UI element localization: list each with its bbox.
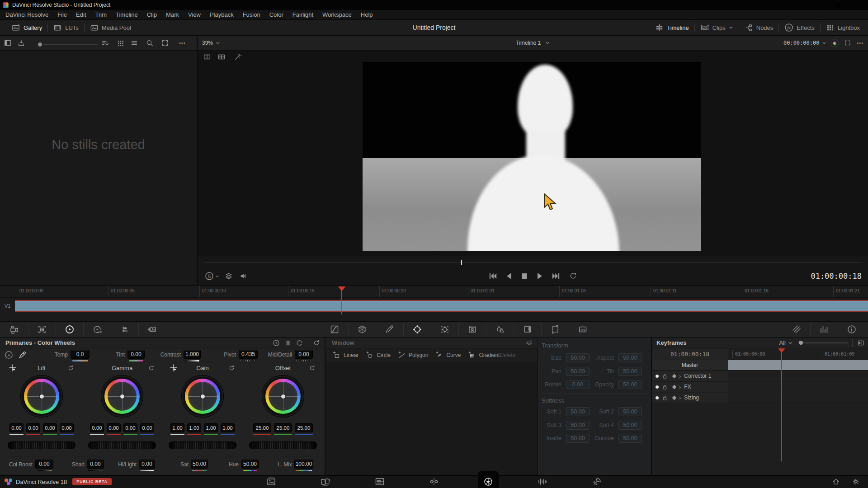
- scopes-icon[interactable]: [819, 324, 830, 335]
- gain-b-value[interactable]: 1.00: [221, 423, 235, 432]
- tracker-icon[interactable]: [439, 324, 450, 335]
- chevron-right-icon[interactable]: ›: [679, 373, 681, 380]
- menu-edit[interactable]: Edit: [71, 11, 90, 18]
- keyframe-track-fx[interactable]: › FX: [652, 382, 868, 392]
- cut-page-icon[interactable]: [320, 476, 331, 488]
- gamma-wheel[interactable]: [101, 375, 143, 417]
- timeline-clip[interactable]: [15, 300, 868, 312]
- layers-icon[interactable]: [225, 272, 233, 280]
- keyframe-diamond-icon[interactable]: [672, 395, 677, 400]
- menu-clip[interactable]: Clip: [142, 11, 161, 18]
- keyframe-diamond-icon[interactable]: [672, 385, 677, 389]
- add-curve-window-button[interactable]: Curve: [435, 351, 461, 359]
- add-gradient-window-button[interactable]: Gradient: [468, 351, 500, 359]
- menu-fusion[interactable]: Fusion: [238, 11, 265, 18]
- close-icon[interactable]: [848, 0, 868, 10]
- offset-reset-icon[interactable]: [308, 364, 316, 372]
- keyframe-track-sizing[interactable]: › Sizing: [652, 393, 868, 403]
- nodes-button[interactable]: Nodes: [739, 20, 779, 35]
- temp-value[interactable]: 0.0: [71, 350, 90, 359]
- media-page-icon[interactable]: [265, 476, 277, 488]
- lift-y-value[interactable]: 0.00: [9, 423, 24, 432]
- l-mix-value[interactable]: 100.00: [294, 460, 313, 469]
- loop-icon[interactable]: [569, 272, 577, 280]
- play-icon[interactable]: [537, 272, 543, 280]
- fusion-page-icon[interactable]: [428, 476, 440, 488]
- corrector1-track-lane[interactable]: [728, 371, 868, 381]
- lock-icon[interactable]: [661, 394, 668, 401]
- gamma-r-value[interactable]: 0.00: [107, 423, 121, 432]
- stills-panel-toggle-icon[interactable]: [4, 39, 12, 47]
- gain-y-value[interactable]: 1.00: [170, 423, 184, 432]
- lift-b-value[interactable]: 0.00: [60, 423, 74, 432]
- keyframe-track-master[interactable]: Master: [652, 360, 868, 371]
- rgb-mixer-icon[interactable]: [119, 324, 130, 335]
- white-balance-picker-icon[interactable]: [18, 351, 27, 359]
- power-window-icon[interactable]: [412, 324, 423, 335]
- lift-r-value[interactable]: 0.00: [26, 423, 40, 432]
- color-match-icon[interactable]: [37, 324, 47, 335]
- window-canvas[interactable]: [326, 362, 538, 475]
- qualifier-icon[interactable]: [384, 324, 395, 335]
- magic-wand-icon[interactable]: [234, 53, 242, 61]
- menu-playback[interactable]: Playback: [205, 11, 238, 18]
- last-frame-icon[interactable]: [552, 272, 560, 280]
- sort-icon[interactable]: [101, 39, 109, 47]
- hue-value[interactable]: 50.00: [241, 460, 259, 469]
- gallery-more-options-icon[interactable]: •••: [179, 40, 186, 46]
- fx-track-lane[interactable]: [728, 382, 868, 392]
- curves-icon[interactable]: [329, 324, 340, 335]
- first-frame-icon[interactable]: [489, 272, 497, 280]
- add-polygon-window-button[interactable]: Polygon: [398, 351, 428, 359]
- keyframe-track-corrector1[interactable]: › Corrector 1: [652, 371, 868, 381]
- keyframes-filter[interactable]: All: [779, 339, 786, 346]
- bars-mode-icon[interactable]: [284, 339, 292, 347]
- menu-fairlight[interactable]: Fairlight: [288, 11, 318, 18]
- keyframes-playhead[interactable]: [781, 350, 782, 461]
- edit-page-icon[interactable]: [374, 476, 386, 488]
- lock-icon[interactable]: [661, 384, 668, 390]
- master-track-lane[interactable]: [728, 360, 868, 371]
- fairlight-page-icon[interactable]: [537, 476, 548, 488]
- menu-color[interactable]: Color: [265, 11, 288, 18]
- gain-wheel[interactable]: [182, 375, 223, 417]
- color-page-icon[interactable]: [482, 476, 494, 488]
- tint-value[interactable]: 0.00: [127, 350, 145, 359]
- keyframes-ruler[interactable]: 01:00:00:18 01:00:00:00 01:00:01:09: [652, 348, 868, 360]
- track-enable-dot[interactable]: [656, 375, 659, 378]
- menu-help[interactable]: Help: [356, 11, 377, 18]
- viewer-scrub-bar[interactable]: [198, 258, 868, 267]
- timeline-view-button[interactable]: Timeline: [650, 20, 694, 35]
- luts-button[interactable]: LUTs: [48, 20, 84, 35]
- lift-g-value[interactable]: 0.00: [43, 423, 57, 432]
- lift-reset-icon[interactable]: [66, 364, 75, 372]
- timeline-playhead[interactable]: [341, 290, 342, 314]
- lightbox-button[interactable]: Lightbox: [821, 20, 865, 35]
- menu-workspace[interactable]: Workspace: [318, 11, 356, 18]
- stop-icon[interactable]: [521, 272, 528, 280]
- offset-master-wheel[interactable]: [249, 441, 317, 449]
- gamma-b-value[interactable]: 0.00: [140, 423, 154, 432]
- lift-wheel[interactable]: [21, 375, 62, 417]
- gamma-g-value[interactable]: 0.00: [123, 423, 137, 432]
- menu-file[interactable]: File: [53, 11, 71, 18]
- col-boost-value[interactable]: 0.00: [35, 460, 53, 469]
- wheel-mode-icon[interactable]: [273, 339, 280, 347]
- gain-reset-icon[interactable]: [227, 364, 236, 372]
- timeline-ruler[interactable]: 01:00:00:00 01:00:00:05 01:00:00:10 01:0…: [0, 286, 868, 298]
- expand-icon[interactable]: [161, 39, 169, 47]
- reset-all-icon[interactable]: [313, 339, 320, 347]
- thumb-size-slider-track[interactable]: [43, 44, 98, 45]
- keyframes-panel-icon[interactable]: [791, 324, 802, 335]
- gamma-master-wheel[interactable]: [88, 441, 156, 449]
- chevron-right-icon[interactable]: ›: [679, 394, 681, 401]
- fx-chevron-down-icon[interactable]: [215, 274, 219, 278]
- fx-bypass-icon[interactable]: fx: [205, 272, 214, 281]
- sat-value[interactable]: 50.00: [191, 460, 208, 469]
- settings-gear-icon[interactable]: [852, 478, 860, 486]
- offset-b-value[interactable]: 25.00: [295, 423, 313, 432]
- chevron-right-icon[interactable]: ›: [679, 384, 681, 390]
- blur-icon[interactable]: [495, 324, 505, 335]
- timeline-selector[interactable]: Timeline 1: [198, 40, 868, 46]
- gamma-y-value[interactable]: 0.00: [90, 423, 104, 432]
